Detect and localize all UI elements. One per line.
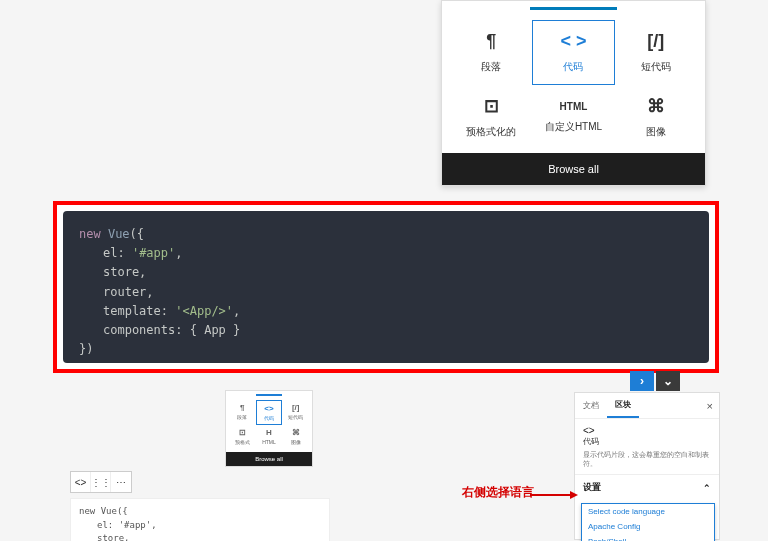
picker-label: 图像 bbox=[646, 125, 666, 139]
block-title: 代码 bbox=[583, 436, 711, 447]
code-block[interactable]: new Vue({ el: '#app', store, router, tem… bbox=[63, 211, 709, 363]
picker-item-image[interactable]: ⌘ 图像 bbox=[615, 85, 697, 149]
chevron-up-icon: ⌃ bbox=[703, 483, 711, 493]
block-type-button[interactable]: <> bbox=[71, 472, 91, 492]
code-prop: el: bbox=[103, 246, 125, 260]
mini-code-line: new Vue({ bbox=[79, 505, 321, 519]
code-icon: <> bbox=[264, 404, 273, 413]
toolbar-action-button[interactable]: › bbox=[630, 371, 654, 391]
toolbar-action-dark-button[interactable]: ⌄ bbox=[656, 371, 680, 391]
picker-label: 预格式化的 bbox=[466, 125, 516, 139]
preformatted-icon: ⊡ bbox=[239, 428, 246, 437]
shortcode-icon: [/] bbox=[292, 403, 300, 412]
code-prop: router, bbox=[103, 285, 154, 299]
mini-browse-all[interactable]: Browse all bbox=[226, 452, 312, 466]
code-string: '#app' bbox=[132, 246, 175, 260]
picker-label: 短代码 bbox=[641, 60, 671, 74]
code-value: { App } bbox=[190, 323, 241, 337]
floating-toolbar: › ⌄ bbox=[630, 371, 680, 391]
mini-item-html[interactable]: HHTML bbox=[256, 425, 283, 448]
mini-label: 图像 bbox=[291, 439, 301, 445]
code-prop: components: bbox=[103, 323, 182, 337]
picker-label: 自定义HTML bbox=[545, 120, 602, 134]
mini-item-paragraph[interactable]: ¶段落 bbox=[229, 400, 256, 425]
block-more-button[interactable]: ⋯ bbox=[111, 472, 131, 492]
mini-item-shortcode[interactable]: [/]短代码 bbox=[282, 400, 309, 425]
mini-item-image[interactable]: ⌘图像 bbox=[282, 425, 309, 448]
block-info-section: <> 代码 显示代码片段，这会尊重您的空白和制表符。 bbox=[575, 419, 719, 475]
block-description: 显示代码片段，这会尊重您的空白和制表符。 bbox=[583, 450, 711, 468]
block-toolbar: <> ⋮⋮ ⋯ bbox=[70, 471, 132, 493]
annotation-arrow-icon bbox=[530, 489, 578, 499]
picker-grid: ¶ 段落 < > 代码 [/] 短代码 ⊡ 预格式化的 HTML 自定义HTML… bbox=[442, 10, 705, 153]
code-icon: <> bbox=[583, 425, 595, 436]
picker-item-shortcode[interactable]: [/] 短代码 bbox=[615, 20, 697, 85]
highlighted-code-frame: new Vue({ el: '#app', store, router, tem… bbox=[53, 201, 719, 373]
code-punc: }) bbox=[79, 342, 93, 356]
code-keyword: new bbox=[79, 227, 101, 241]
image-icon: ⌘ bbox=[292, 428, 300, 437]
mini-label: 预格式 bbox=[235, 439, 250, 445]
image-icon: ⌘ bbox=[647, 95, 665, 117]
code-icon: < > bbox=[560, 31, 586, 52]
mini-item-code[interactable]: <>代码 bbox=[256, 400, 283, 425]
html-icon: HTML bbox=[560, 101, 588, 112]
html-icon: H bbox=[266, 428, 272, 437]
block-picker-panel: ¶ 段落 < > 代码 [/] 短代码 ⊡ 预格式化的 HTML 自定义HTML… bbox=[441, 0, 706, 186]
mini-item-pre[interactable]: ⊡预格式 bbox=[229, 425, 256, 448]
language-option[interactable]: Apache Config bbox=[582, 519, 714, 534]
code-prop: template: bbox=[103, 304, 168, 318]
language-option[interactable]: Select code language bbox=[582, 504, 714, 519]
tab-block[interactable]: 区块 bbox=[607, 393, 639, 418]
tab-document[interactable]: 文档 bbox=[575, 394, 607, 417]
code-string: '<App/>' bbox=[175, 304, 233, 318]
picker-label: 段落 bbox=[481, 60, 501, 74]
picker-label: 代码 bbox=[563, 60, 583, 74]
mini-label: 段落 bbox=[237, 414, 247, 420]
settings-title: 设置 bbox=[583, 481, 601, 494]
code-class: Vue bbox=[108, 227, 130, 241]
mini-block-picker: ¶段落 <>代码 [/]短代码 ⊡预格式 HHTML ⌘图像 Browse al… bbox=[225, 390, 313, 467]
svg-marker-1 bbox=[570, 491, 578, 499]
preformatted-icon: ⊡ bbox=[484, 95, 499, 117]
language-option[interactable]: Bash/Shell bbox=[582, 534, 714, 541]
mini-label: 短代码 bbox=[288, 414, 303, 420]
mini-code-line: store, bbox=[79, 532, 321, 541]
mini-code-block[interactable]: new Vue({ el: '#app', store, bbox=[70, 498, 330, 541]
block-move-handle[interactable]: ⋮⋮ bbox=[91, 472, 111, 492]
annotation-text: 右侧选择语言 bbox=[462, 484, 534, 501]
settings-section-header[interactable]: 设置 ⌃ bbox=[575, 475, 719, 500]
mini-label: 代码 bbox=[264, 415, 274, 421]
sidebar-tabs: 文档 区块 × bbox=[575, 393, 719, 419]
picker-item-paragraph[interactable]: ¶ 段落 bbox=[450, 20, 532, 85]
mini-code-line: el: '#app', bbox=[79, 519, 321, 533]
close-sidebar-button[interactable]: × bbox=[701, 400, 719, 412]
picker-item-html[interactable]: HTML 自定义HTML bbox=[532, 85, 614, 149]
paragraph-icon: ¶ bbox=[486, 31, 496, 52]
paragraph-icon: ¶ bbox=[240, 403, 244, 412]
picker-item-code[interactable]: < > 代码 bbox=[532, 20, 614, 85]
picker-item-preformatted[interactable]: ⊡ 预格式化的 bbox=[450, 85, 532, 149]
mini-label: HTML bbox=[262, 439, 276, 445]
shortcode-icon: [/] bbox=[647, 31, 664, 52]
code-prop: store, bbox=[103, 265, 146, 279]
browse-all-button[interactable]: Browse all bbox=[442, 153, 705, 185]
language-dropdown: Select code language Apache Config Bash/… bbox=[581, 503, 715, 541]
code-punc: ({ bbox=[130, 227, 144, 241]
